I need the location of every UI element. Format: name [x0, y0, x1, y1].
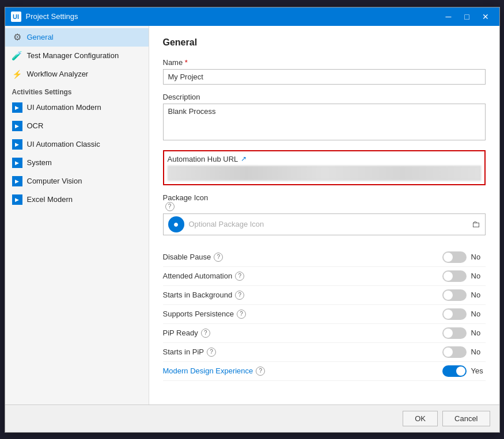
- name-input[interactable]: [163, 69, 486, 85]
- toggle-label-supports-persistence: Supports Persistence?: [163, 310, 442, 319]
- toggle-value-attended-automation: No: [471, 272, 486, 280]
- arrow-icon-excel: [12, 194, 22, 205]
- toggle-switch-starts-in-pip[interactable]: [442, 346, 467, 358]
- sidebar-label-workflow-analyzer: Workflow Analyzer: [27, 70, 89, 78]
- description-field-group: Description Blank Process: [163, 93, 486, 142]
- sidebar: ⚙ General 🧪 Test Manager Configuration ⚡…: [5, 26, 149, 404]
- footer: OK Cancel: [5, 404, 499, 432]
- toggle-text-starts-in-background: Starts in Background: [163, 291, 233, 299]
- package-icon-placeholder: Optional Package Icon: [189, 220, 467, 228]
- toggle-row-pip-ready: PiP Ready?No: [163, 324, 486, 343]
- toggle-switch-modern-design-experience[interactable]: [442, 365, 467, 377]
- help-icon-starts-in-pip[interactable]: ?: [207, 348, 216, 357]
- toggle-label-pip-ready: PiP Ready?: [163, 329, 442, 338]
- window-title: Project Settings: [26, 12, 441, 21]
- package-icon-label: Package Icon ?: [163, 193, 486, 211]
- sidebar-item-excel-modern[interactable]: Excel Modern: [5, 190, 149, 209]
- sidebar-item-general[interactable]: ⚙ General: [5, 28, 149, 47]
- activities-settings-label: Activities Settings: [5, 83, 149, 98]
- toggle-row-supports-persistence: Supports Persistence?No: [163, 305, 486, 324]
- toggle-label-starts-in-pip: Starts in PiP?: [163, 348, 442, 357]
- toggle-thumb-pip-ready: [444, 329, 453, 338]
- toggle-row-modern-design-experience: Modern Design Experience?Yes: [163, 362, 486, 381]
- panel-title: General: [163, 37, 486, 48]
- toggle-value-starts-in-pip: No: [471, 348, 486, 356]
- project-settings-window: UI Project Settings ─ □ ✕ ⚙ General 🧪 Te…: [5, 7, 500, 433]
- package-icon-circle: ●: [168, 216, 184, 232]
- url-label-row: Automation Hub URL ↗: [168, 155, 481, 163]
- arrow-icon-ui-classic: [12, 139, 22, 150]
- sidebar-item-workflow-analyzer[interactable]: ⚡ Workflow Analyzer: [5, 65, 149, 83]
- minimize-button[interactable]: ─: [441, 10, 457, 23]
- toggle-thumb-modern-design-experience: [456, 367, 465, 376]
- package-icon-row: ● Optional Package Icon 🗀: [163, 213, 486, 235]
- sidebar-label-system: System: [27, 158, 52, 167]
- help-icon-disable-pause[interactable]: ?: [214, 253, 223, 262]
- sidebar-item-ui-automation-classic[interactable]: UI Automation Classic: [5, 135, 149, 154]
- toggle-thumb-starts-in-background: [444, 291, 453, 300]
- main-panel: General Name * Description Blank Process…: [149, 26, 499, 404]
- content-area: ⚙ General 🧪 Test Manager Configuration ⚡…: [5, 26, 499, 404]
- arrow-icon-ocr: [12, 121, 22, 131]
- description-label: Description: [163, 93, 486, 101]
- toggle-value-modern-design-experience: Yes: [471, 367, 486, 375]
- description-input[interactable]: Blank Process: [163, 104, 486, 140]
- toggle-text-modern-design-experience: Modern Design Experience: [163, 367, 253, 375]
- url-input-blurred[interactable]: [168, 166, 481, 181]
- sidebar-item-test-manager[interactable]: 🧪 Test Manager Configuration: [5, 47, 149, 65]
- sidebar-item-ocr[interactable]: OCR: [5, 117, 149, 135]
- name-field-group: Name *: [163, 58, 486, 85]
- toggle-rows: Disable Pause?NoAttended Automation?NoSt…: [163, 248, 486, 381]
- required-marker: *: [185, 58, 188, 67]
- package-icon-field-group: Package Icon ? ● Optional Package Icon 🗀: [163, 193, 486, 235]
- automation-hub-url-wrapper: Automation Hub URL ↗: [163, 150, 486, 185]
- help-icon-modern-design-experience[interactable]: ?: [256, 367, 265, 376]
- toggle-thumb-starts-in-pip: [444, 348, 453, 357]
- sidebar-label-general: General: [27, 33, 54, 41]
- toggle-label-modern-design-experience: Modern Design Experience?: [163, 367, 442, 376]
- toggle-label-disable-pause: Disable Pause?: [163, 253, 442, 262]
- toggle-switch-starts-in-background[interactable]: [442, 289, 467, 301]
- toggle-label-starts-in-background: Starts in Background?: [163, 291, 442, 300]
- help-icon-pip-ready[interactable]: ?: [201, 329, 210, 338]
- arrow-icon-ui-modern: [12, 102, 22, 113]
- external-link-icon[interactable]: ↗: [241, 155, 247, 163]
- window-controls: ─ □ ✕: [441, 10, 494, 23]
- sidebar-item-system[interactable]: System: [5, 154, 149, 172]
- help-icon-attended-automation[interactable]: ?: [235, 272, 244, 281]
- name-label: Name *: [163, 58, 486, 67]
- toggle-switch-attended-automation[interactable]: [442, 270, 467, 282]
- browse-folder-icon[interactable]: 🗀: [472, 219, 480, 229]
- toggle-row-starts-in-pip: Starts in PiP?No: [163, 343, 486, 362]
- toggle-switch-disable-pause[interactable]: [442, 251, 467, 263]
- package-icon-help[interactable]: ?: [165, 202, 175, 211]
- toggle-value-pip-ready: No: [471, 329, 486, 337]
- sidebar-item-computer-vision[interactable]: Computer Vision: [5, 172, 149, 190]
- sidebar-label-computer-vision: Computer Vision: [27, 177, 82, 185]
- toggle-row-disable-pause: Disable Pause?No: [163, 248, 486, 267]
- toggle-text-disable-pause: Disable Pause: [163, 253, 211, 261]
- toggle-text-attended-automation: Attended Automation: [163, 272, 233, 280]
- toggle-switch-supports-persistence[interactable]: [442, 308, 467, 320]
- sidebar-label-ui-automation-modern: UI Automation Modern: [27, 103, 101, 112]
- toggle-row-attended-automation: Attended Automation?No: [163, 267, 486, 286]
- toggle-switch-pip-ready[interactable]: [442, 327, 467, 339]
- arrow-icon-system: [12, 158, 22, 168]
- help-icon-supports-persistence[interactable]: ?: [237, 310, 246, 319]
- cancel-button[interactable]: Cancel: [442, 411, 490, 426]
- flask-icon: 🧪: [12, 51, 22, 61]
- ok-button[interactable]: OK: [403, 411, 438, 426]
- maximize-button[interactable]: □: [459, 10, 475, 23]
- help-icon-starts-in-background[interactable]: ?: [235, 291, 244, 300]
- sidebar-label-ui-automation-classic: UI Automation Classic: [27, 140, 100, 148]
- workflow-icon: ⚡: [12, 69, 22, 79]
- arrow-icon-cv: [12, 176, 22, 186]
- sidebar-item-ui-automation-modern[interactable]: UI Automation Modern: [5, 98, 149, 117]
- toggle-value-starts-in-background: No: [471, 291, 486, 299]
- toggle-label-attended-automation: Attended Automation?: [163, 272, 442, 281]
- toggle-value-supports-persistence: No: [471, 310, 486, 318]
- close-button[interactable]: ✕: [478, 10, 494, 23]
- gear-icon: ⚙: [12, 32, 22, 43]
- url-label: Automation Hub URL: [168, 155, 238, 163]
- toggle-row-starts-in-background: Starts in Background?No: [163, 286, 486, 305]
